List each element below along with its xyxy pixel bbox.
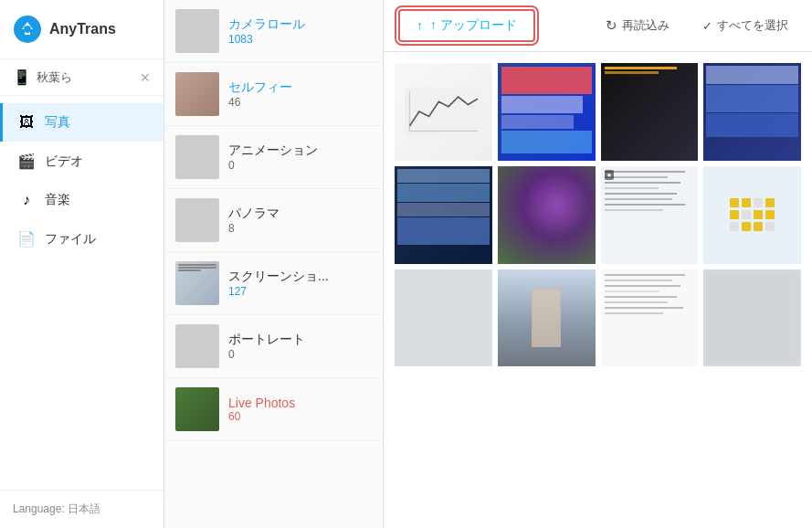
album-item-selfie[interactable]: セルフィー 46 <box>164 63 383 126</box>
album-item-portrait[interactable]: ポートレート 0 <box>164 315 383 378</box>
language-label: Language: <box>13 502 65 515</box>
album-item-screenshots[interactable]: スクリーンショ... 127 <box>164 252 383 315</box>
svg-rect-2 <box>405 88 482 136</box>
album-thumb-screenshots <box>175 261 219 305</box>
music-icon: ♪ <box>17 192 36 208</box>
album-name-panorama: パノラマ <box>228 206 372 222</box>
sidebar-footer: Language: 日本語 <box>0 490 163 528</box>
sidebar: AnyTrans 📱 秋葉ら ✕ 🖼 写真 🎬 ビデオ ♪ 音楽 📄 ファイル … <box>0 0 164 528</box>
music-label: 音楽 <box>45 192 70 208</box>
album-info-camera-roll: カメラロール 1083 <box>228 16 372 46</box>
sidebar-item-video[interactable]: 🎬 ビデオ <box>0 142 163 181</box>
photo-item-2[interactable] <box>498 63 596 161</box>
device-info: 📱 秋葉ら <box>13 69 72 86</box>
album-info-live-photos: Live Photos 60 <box>228 396 372 423</box>
sidebar-item-music[interactable]: ♪ 音楽 <box>0 181 163 219</box>
upload-button[interactable]: ↑ ↑ アップロード <box>398 9 535 42</box>
album-info-animation: アニメーション 0 <box>228 143 372 172</box>
photo-item-11[interactable] <box>601 269 699 367</box>
album-thumb-live-photos <box>175 387 219 431</box>
album-name-camera-roll: カメラロール <box>228 16 372 33</box>
album-item-live-photos[interactable]: Live Photos 60 <box>164 378 383 441</box>
album-item-panorama[interactable]: パノラマ 8 <box>164 189 383 252</box>
photos-label: 写真 <box>45 114 70 131</box>
photo-item-1[interactable] <box>395 63 492 161</box>
main-area: ↑ ↑ アップロード ↻ 再読込み ✓ すべてを選択 <box>384 0 812 528</box>
sidebar-item-photos[interactable]: 🖼 写真 <box>0 103 163 142</box>
album-count-screenshots: 127 <box>228 285 372 298</box>
album-count-selfie: 46 <box>228 96 372 109</box>
files-label: ファイル <box>45 231 96 248</box>
photo-item-9[interactable] <box>395 269 492 367</box>
video-label: ビデオ <box>45 153 83 170</box>
album-name-selfie: セルフィー <box>228 79 372 96</box>
device-icon: 📱 <box>13 69 31 86</box>
album-item-animation[interactable]: アニメーション 0 <box>164 126 383 189</box>
album-info-panorama: パノラマ 8 <box>228 206 372 235</box>
select-all-button[interactable]: ✓ すべてを選択 <box>693 12 797 39</box>
app-header: AnyTrans <box>0 0 163 59</box>
album-thumb-selfie <box>175 72 219 116</box>
album-count-animation: 0 <box>228 159 372 172</box>
album-name-screenshots: スクリーンショ... <box>228 269 372 285</box>
app-title: AnyTrans <box>49 21 116 37</box>
sidebar-nav: 🖼 写真 🎬 ビデオ ♪ 音楽 📄 ファイル <box>0 96 163 490</box>
album-info-screenshots: スクリーンショ... 127 <box>228 269 372 298</box>
album-name-live-photos: Live Photos <box>228 396 372 410</box>
upload-icon: ↑ <box>417 18 423 33</box>
photo-item-4[interactable] <box>703 63 801 161</box>
upload-label: ↑ アップロード <box>430 17 517 34</box>
photo-grid: ● <box>384 52 812 528</box>
photo-item-8[interactable] <box>703 166 801 264</box>
album-count-portrait: 0 <box>228 348 372 361</box>
album-panel: カメラロール 1083 セルフィー 46 アニメーション 0 <box>164 0 384 528</box>
album-thumb-camera-roll <box>175 9 219 53</box>
disconnect-icon[interactable]: ✕ <box>140 70 151 85</box>
photo-item-12[interactable] <box>703 269 801 367</box>
album-item-camera-roll[interactable]: カメラロール 1083 <box>164 0 383 63</box>
photos-icon: 🖼 <box>17 114 36 131</box>
photo-item-3[interactable] <box>601 63 699 161</box>
album-thumb-animation <box>175 135 219 179</box>
svg-point-1 <box>24 26 31 33</box>
photo-item-7[interactable]: ● <box>601 166 699 264</box>
reload-icon: ↻ <box>606 17 617 34</box>
app-logo-icon <box>13 15 42 44</box>
photo-item-10[interactable] <box>498 269 596 367</box>
device-row: 📱 秋葉ら ✕ <box>0 59 163 96</box>
album-thumb-panorama <box>175 198 219 242</box>
sidebar-item-files[interactable]: 📄 ファイル <box>0 219 163 259</box>
album-info-selfie: セルフィー 46 <box>228 79 372 109</box>
photo-item-6[interactable] <box>498 166 596 264</box>
album-info-portrait: ポートレート 0 <box>228 332 372 361</box>
live-badge: ● <box>605 170 615 180</box>
album-thumb-portrait <box>175 324 219 368</box>
language-value[interactable]: 日本語 <box>68 502 100 515</box>
toolbar: ↑ ↑ アップロード ↻ 再読込み ✓ すべてを選択 <box>384 0 812 52</box>
album-name-animation: アニメーション <box>228 143 372 159</box>
reload-label: 再読込み <box>622 17 670 34</box>
album-count-camera-roll: 1083 <box>228 33 372 46</box>
video-icon: 🎬 <box>17 153 36 170</box>
album-name-portrait: ポートレート <box>228 332 372 348</box>
photo-item-5[interactable] <box>395 166 492 264</box>
check-icon: ✓ <box>702 19 712 33</box>
album-list: カメラロール 1083 セルフィー 46 アニメーション 0 <box>164 0 383 528</box>
album-count-panorama: 8 <box>228 222 372 235</box>
album-count-live-photos: 60 <box>228 410 372 423</box>
files-icon: 📄 <box>17 230 36 248</box>
reload-button[interactable]: ↻ 再読込み <box>596 12 679 39</box>
select-all-label: すべてを選択 <box>717 17 788 34</box>
device-name: 秋葉ら <box>37 69 72 86</box>
